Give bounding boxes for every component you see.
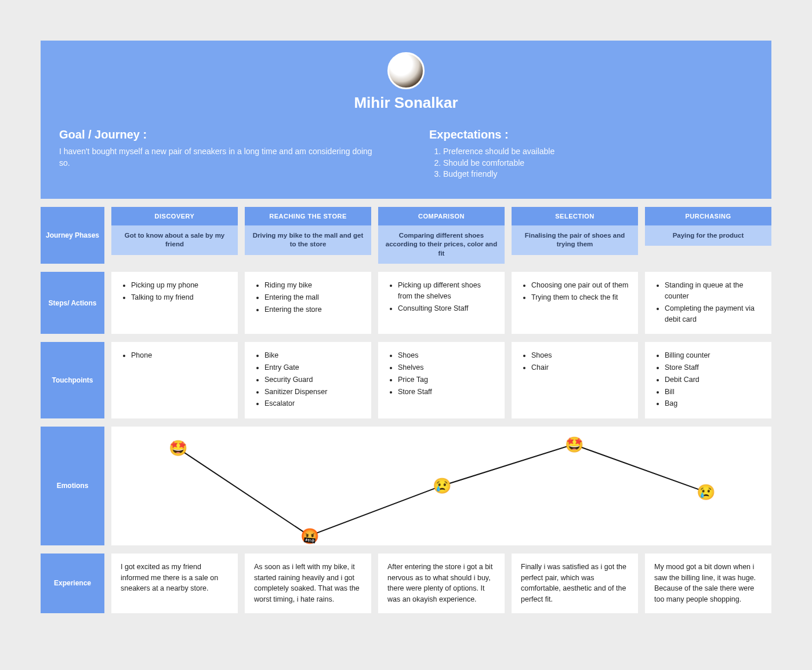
expectation-item: Should be comfortable <box>443 158 753 169</box>
touchpoint-card: BikeEntry GateSecurity GuardSanitizer Di… <box>245 342 371 418</box>
row-experience: Experience I got excited as my friend in… <box>41 554 771 613</box>
phase-subtitle: Comparing different shoes according to t… <box>378 225 505 264</box>
persona-name: Mihir Sonalkar <box>59 94 753 112</box>
touchpoint-item: Debit Card <box>665 374 762 385</box>
touchpoint-item: Bill <box>665 387 762 398</box>
experience-text: Finally i was satisfied as i got the per… <box>521 562 629 605</box>
phase-column: DISCOVERYGot to know about a sale by my … <box>111 207 238 264</box>
phase-title: PURCHASING <box>645 207 771 225</box>
expectations-heading: Expectations : <box>429 128 753 141</box>
experience-card: My mood got a bit down when i saw the bi… <box>645 554 771 613</box>
expectations-section: Expectations : Preference should be avai… <box>429 128 753 180</box>
step-item: Trying them to check the fit <box>531 292 629 303</box>
touchpoint-item: Phone <box>131 350 229 361</box>
row-journey-phases: Journey Phases DISCOVERYGot to know abou… <box>41 207 771 264</box>
touchpoint-item: Entry Gate <box>264 362 362 373</box>
phase-title: SELECTION <box>512 207 638 225</box>
touchpoint-item: Shelves <box>398 362 495 373</box>
touchpoint-item: Price Tag <box>398 374 495 385</box>
touchpoint-item: Bag <box>665 398 762 409</box>
row-label-steps: Steps/ Actions <box>41 272 104 334</box>
step-item: Completing the payment via debit card <box>665 303 762 325</box>
phase-subtitle: Paying for the product <box>645 225 771 246</box>
emotions-chart: 🤩🤬😢🤩😢 <box>111 427 771 545</box>
step-item: Entering the mall <box>264 292 362 303</box>
touchpoint-item: Security Guard <box>264 374 362 385</box>
step-card: Picking up different shoes from the shel… <box>378 272 505 334</box>
phase-title: COMPARISON <box>378 207 505 225</box>
experience-text: My mood got a bit down when i saw the bi… <box>654 562 762 605</box>
touchpoint-item: Sanitizer Dispenser <box>264 387 362 398</box>
step-item: Riding my bike <box>264 280 362 291</box>
experience-text: As soon as i left with my bike, it start… <box>254 562 362 605</box>
row-label-experience: Experience <box>41 554 104 613</box>
step-card: Standing in queue at the counterCompleti… <box>645 272 771 334</box>
row-label-phases: Journey Phases <box>41 207 104 264</box>
step-item: Picking up my phone <box>131 280 229 291</box>
step-item: Consulting Store Staff <box>398 303 495 314</box>
avatar <box>387 52 425 89</box>
expectation-item: Preference should be available <box>443 146 753 158</box>
step-item: Standing in queue at the counter <box>665 280 762 302</box>
touchpoint-item: Store Staff <box>398 387 495 398</box>
phase-subtitle: Finalising the pair of shoes and trying … <box>512 225 638 255</box>
emotion-emoji-icon: 😢 <box>697 483 714 501</box>
experience-card: Finally i was satisfied as i got the per… <box>512 554 638 613</box>
touchpoint-card: Billing counterStore StaffDebit CardBill… <box>645 342 771 418</box>
experience-card: I got excited as my friend informed me t… <box>111 554 238 613</box>
touchpoint-item: Shoes <box>398 350 495 361</box>
step-item: Talking to my friend <box>131 292 229 303</box>
step-item: Choosing one pair out of them <box>531 280 629 291</box>
emotion-emoji-icon: 🤬 <box>300 527 318 545</box>
row-label-touchpoints: Touchpoints <box>41 342 104 418</box>
phase-subtitle: Got to know about a sale by my friend <box>111 225 238 255</box>
phase-title: REACHING THE STORE <box>245 207 371 225</box>
row-emotions: Emotions 🤩🤬😢🤩😢 <box>41 427 771 545</box>
touchpoint-item: Escalator <box>264 398 362 409</box>
expectations-list: Preference should be availableShould be … <box>429 146 753 180</box>
phase-column: COMPARISONComparing different shoes acco… <box>378 207 505 264</box>
row-touchpoints: Touchpoints PhoneBikeEntry GateSecurity … <box>41 342 771 418</box>
touchpoint-item: Store Staff <box>665 362 762 373</box>
goal-text: I haven't bought myself a new pair of sn… <box>59 146 383 169</box>
persona-hero: Mihir Sonalkar Goal / Journey : I haven'… <box>41 41 771 199</box>
phase-title: DISCOVERY <box>111 207 238 225</box>
expectation-item: Budget friendly <box>443 169 753 180</box>
touchpoint-card: ShoesChair <box>512 342 638 418</box>
row-label-emotions: Emotions <box>41 427 104 545</box>
step-card: Choosing one pair out of themTrying them… <box>512 272 638 334</box>
step-item: Entering the store <box>264 304 362 315</box>
phase-subtitle: Driving my bike to the mall and get to t… <box>245 225 371 255</box>
step-item: Picking up different shoes from the shel… <box>398 280 495 302</box>
emotion-emoji-icon: 🤩 <box>169 439 186 457</box>
emotion-emoji-icon: 🤩 <box>565 436 582 453</box>
touchpoint-card: Phone <box>111 342 238 418</box>
goal-heading: Goal / Journey : <box>59 128 383 141</box>
touchpoint-item: Billing counter <box>665 350 762 361</box>
step-card: Riding my bikeEntering the mallEntering … <box>245 272 371 334</box>
goal-section: Goal / Journey : I haven't bought myself… <box>59 128 383 180</box>
experience-text: I got excited as my friend informed me t… <box>121 562 229 594</box>
touchpoint-item: Shoes <box>531 350 629 361</box>
phase-column: REACHING THE STOREDriving my bike to the… <box>245 207 371 264</box>
step-card: Picking up my phoneTalking to my friend <box>111 272 238 334</box>
experience-card: As soon as i left with my bike, it start… <box>245 554 371 613</box>
phase-column: SELECTIONFinalising the pair of shoes an… <box>512 207 638 264</box>
phase-column: PURCHASINGPaying for the product <box>645 207 771 264</box>
emotion-emoji-icon: 😢 <box>433 477 450 494</box>
row-steps: Steps/ Actions Picking up my phoneTalkin… <box>41 272 771 334</box>
touchpoint-card: ShoesShelvesPrice TagStore Staff <box>378 342 505 418</box>
touchpoint-item: Chair <box>531 362 629 373</box>
touchpoint-item: Bike <box>264 350 362 361</box>
experience-card: After entering the store i got a bit ner… <box>378 554 505 613</box>
experience-text: After entering the store i got a bit ner… <box>387 562 495 605</box>
